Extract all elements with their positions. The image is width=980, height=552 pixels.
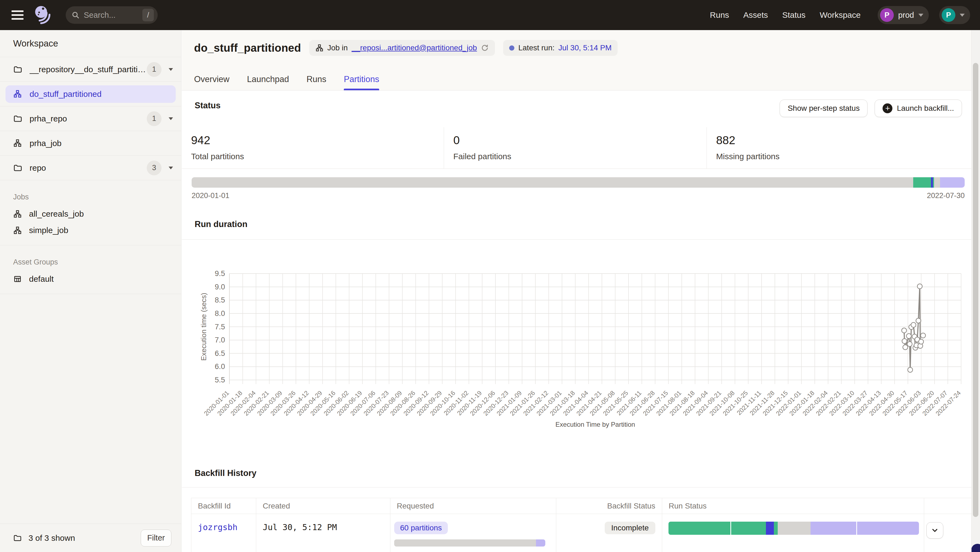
backfill-history-table: Backfill IdCreatedRequestedBackfill Stat… (191, 498, 972, 552)
range-start: 2020-01-01 (394, 550, 431, 552)
corner-decoration (971, 544, 980, 552)
chevron-down-icon[interactable] (169, 167, 173, 169)
stat-value: 942 (191, 134, 444, 147)
top-nav: / RunsAssetsStatusWorkspace P prod P (0, 0, 980, 30)
bar-segment (774, 522, 778, 535)
sidebar-title: Workspace (0, 30, 181, 57)
svg-text:7.0: 7.0 (215, 336, 225, 344)
table-header-row: Backfill IdCreatedRequestedBackfill Stat… (191, 498, 971, 514)
sidebar-item-label: all_cereals_job (29, 209, 84, 219)
sidebar-item-selected-pill[interactable]: do_stuff_partitioned (5, 85, 176, 103)
bar-segment (934, 177, 940, 188)
bar-segment (778, 522, 811, 535)
nav-link-assets[interactable]: Assets (743, 10, 768, 20)
dagster-logo-icon[interactable] (32, 3, 53, 27)
bar-segment (940, 177, 965, 188)
stat-failed-partitions: 0Failed partitions (444, 127, 707, 168)
search-input[interactable] (84, 11, 142, 20)
divider (182, 90, 980, 90)
launch-backfill-button[interactable]: + Launch backfill... (875, 100, 962, 117)
sidebar-item-repo[interactable]: repo3 (0, 155, 181, 180)
workspace-sidebar: Workspace __repository__do_stuff_partiti… (0, 30, 181, 552)
menu-icon[interactable] (11, 10, 24, 20)
bar-segment (913, 177, 931, 188)
deployment-avatar: P (880, 8, 894, 22)
run-duration-chart-svg: 2020-01-012020-01-182020-02-042020-02-21… (189, 263, 972, 438)
status-heading: Status (195, 101, 221, 111)
deployment-label: prod (898, 11, 914, 20)
backfill-id-cell: jozrgsbh (191, 514, 256, 552)
job-origin-prefix: Job in (328, 43, 348, 52)
show-per-step-status-button[interactable]: Show per-step status (780, 100, 867, 117)
partition-status-bar[interactable] (192, 177, 965, 188)
sidebar-item-label: do_stuff_partitioned (30, 89, 102, 99)
svg-text:Execution Time by Partition: Execution Time by Partition (555, 421, 635, 428)
count-badge: 3 (147, 160, 162, 175)
created-value: Jul 30, 5:12 PM (263, 522, 337, 532)
stat-total-partitions: 942Total partitions (182, 127, 444, 168)
deployment-switcher[interactable]: P prod (878, 6, 929, 24)
latest-run-link[interactable]: Jul 30, 5:14 PM (558, 43, 612, 52)
main-content: do_stuff_partitioned Job in __reposi...a… (182, 30, 980, 552)
run-duration-heading: Run duration (195, 219, 247, 229)
nav-link-workspace[interactable]: Workspace (819, 10, 861, 20)
latest-run-badge: Latest run: Jul 30, 5:14 PM (503, 40, 617, 56)
stat-missing-partitions: 882Missing partitions (707, 127, 971, 168)
page-title: do_stuff_partitioned (194, 42, 301, 54)
search-box[interactable]: / (66, 6, 158, 24)
table-icon (13, 274, 22, 283)
requested-range-dates: 2020-01-012022-07-30 (394, 550, 545, 552)
job-icon (13, 89, 22, 99)
tab-overview[interactable]: Overview (194, 68, 229, 90)
sidebar-item-__repository__do_stuff_partitio[interactable]: __repository__do_stuff_partitio...1 (0, 57, 181, 82)
column-header-created: Created (256, 498, 390, 514)
count-badge: 1 (147, 111, 162, 126)
svg-text:8.5: 8.5 (215, 296, 225, 304)
backfill-id-link[interactable]: jozrgsbh (198, 522, 238, 532)
refresh-icon[interactable] (481, 44, 489, 52)
sidebar-item-label: simple_job (29, 226, 68, 235)
run-status-dot (509, 45, 514, 51)
svg-text:7.5: 7.5 (215, 323, 225, 331)
requested-partitions-chip: 60 partitions (394, 522, 448, 534)
svg-text:9.0: 9.0 (215, 283, 225, 291)
sidebar-item-prha_repo[interactable]: prha_repo1 (0, 106, 181, 131)
plus-circle-icon: + (883, 103, 892, 113)
tab-runs[interactable]: Runs (307, 68, 326, 90)
tab-partitions[interactable]: Partitions (344, 68, 379, 90)
backfill-status-badge: Incomplete (605, 522, 655, 534)
job-icon (13, 226, 22, 235)
shown-count-label: 3 of 3 shown (29, 533, 75, 543)
job-origin-link[interactable]: __reposi...artitioned@partitioned_job (352, 43, 477, 52)
run-status-bar[interactable] (668, 522, 919, 535)
bar-segment (857, 522, 919, 535)
column-header-backfill-status: Backfill Status (556, 498, 662, 514)
folder-icon (13, 65, 22, 74)
sidebar-item-do_stuff_partitioned[interactable]: do_stuff_partitioned (0, 82, 181, 106)
expand-row-button[interactable] (926, 522, 943, 539)
sidebar-item-prha_job[interactable]: prha_job (0, 131, 181, 155)
nav-link-status[interactable]: Status (782, 10, 805, 20)
range-end: 2022-07-30 (509, 550, 545, 552)
stat-value: 0 (453, 134, 706, 147)
backfill-history-heading: Backfill History (195, 468, 256, 478)
chevron-down-icon[interactable] (169, 117, 173, 120)
filter-button[interactable]: Filter (141, 530, 171, 547)
sidebar-item-label: __repository__do_stuff_partitio... (30, 65, 147, 74)
bar-segment (766, 522, 774, 535)
page-scrollbar (971, 30, 980, 552)
created-cell: Jul 30, 5:12 PM (256, 514, 390, 552)
sidebar-item-all_cereals_job[interactable]: all_cereals_job (0, 206, 181, 222)
bar-segment (394, 539, 536, 547)
nav-link-runs[interactable]: Runs (710, 10, 729, 20)
sidebar-section-header: Jobs (0, 180, 181, 206)
column-header-run-status: Run Status (662, 498, 924, 514)
partition-range-end: 2022-07-30 (927, 192, 965, 200)
tab-launchpad[interactable]: Launchpad (247, 68, 289, 90)
user-menu[interactable]: P (939, 6, 970, 24)
folder-icon (13, 534, 22, 542)
sidebar-item-simple_job[interactable]: simple_job (0, 222, 181, 238)
scrollbar-thumb[interactable] (973, 63, 978, 517)
chevron-down-icon[interactable] (169, 68, 173, 71)
sidebar-item-default[interactable]: default (0, 271, 181, 287)
